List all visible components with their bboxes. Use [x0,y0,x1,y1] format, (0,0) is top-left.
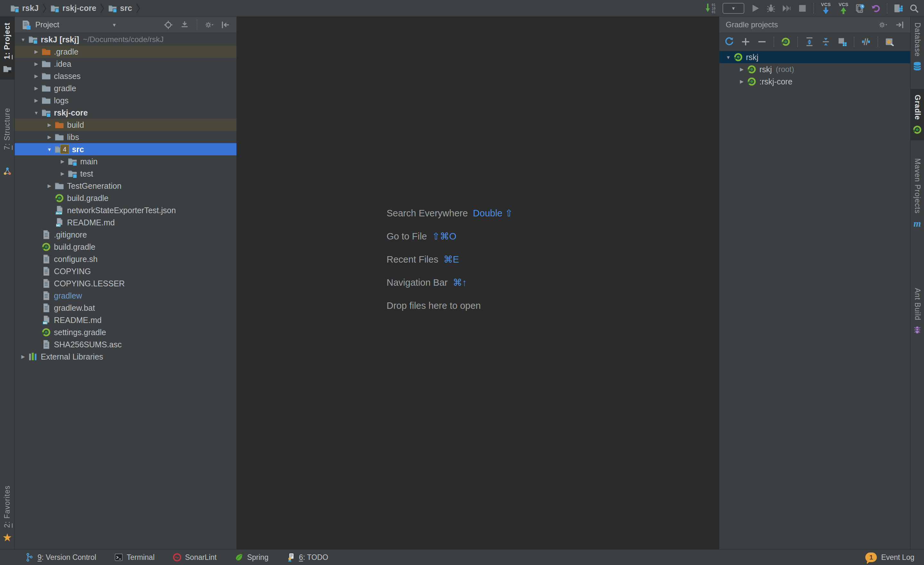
tree-row-settings-gradle[interactable]: settings.gradle [15,326,237,338]
chevron-right-icon[interactable]: ▶ [44,134,54,140]
event-log-widget[interactable]: 1 Event Log [865,553,914,562]
tree-row-test[interactable]: ▶test [15,168,237,180]
add-icon[interactable] [741,37,750,47]
debug-icon[interactable] [766,3,776,13]
chevron-right-icon[interactable]: ▶ [57,159,68,164]
tree-row-readme-md[interactable]: MDREADME.md [15,216,237,228]
tree-row-rskj-core[interactable]: ▶:rskj-core [719,75,910,88]
tree-row-logs[interactable]: ▶logs [15,95,237,107]
search-icon[interactable] [909,3,919,13]
settings-gear-icon[interactable] [879,21,887,29]
tool-strip-button-maven-projects[interactable]: Maven Projectsm [910,152,924,234]
chevron-right-icon[interactable]: ▶ [736,66,747,72]
chevron-down-icon[interactable]: ▼ [18,37,28,42]
tree-row-gradlew-bat[interactable]: gradlew.bat [15,302,237,314]
tree-row-build-gradle[interactable]: build.gradle [15,241,237,253]
settings-gear-icon[interactable] [205,21,214,29]
status-item-terminal[interactable]: Terminal [114,553,154,562]
tree-row-networkstateexportertest-json[interactable]: JSONnetworkStateExporterTest.json [15,204,237,216]
folder-excluded-icon [54,120,64,130]
chevron-right-icon[interactable]: ▶ [57,171,68,177]
tree-row-copying-lesser[interactable]: COPYING.LESSER [15,277,237,290]
project-tool-icon [3,64,12,74]
chevron-down-icon[interactable]: ▼ [112,22,117,28]
tree-row-rskj[interactable]: ▶rskj(root) [719,63,910,75]
editor-area[interactable]: Search EverywhereDouble ⇧Go to File⇧⌘ORe… [237,17,719,549]
gradle-run-icon[interactable] [781,37,790,47]
status-item-6-todo[interactable]: 6: TODO [286,553,328,562]
remove-icon[interactable] [757,37,767,47]
tree-row-gradlew[interactable]: gradlew [15,290,237,302]
project-structure-icon[interactable] [894,3,903,13]
local-history-icon[interactable] [855,3,865,13]
tree-row-idea[interactable]: ▶.idea [15,58,237,70]
tree-item-suffix: ~/Documents/code/rskJ [83,35,164,44]
offline-mode-icon[interactable] [861,37,871,47]
drop-files-hint-label: Drop files here to open [387,301,481,311]
gradle-settings-icon[interactable] [885,37,894,47]
chevron-right-icon[interactable]: ▶ [31,86,41,91]
tree-row-copying[interactable]: COPYING [15,265,237,277]
chevron-right-icon[interactable]: ▶ [31,49,41,54]
chevron-right-icon[interactable]: ▶ [736,79,747,84]
tool-strip-button-gradle[interactable]: Gradle [910,89,924,140]
chevron-down-icon[interactable]: ▼ [44,147,54,152]
group-modules-icon[interactable] [837,37,847,47]
stop-icon[interactable] [798,3,807,13]
expand-all-icon[interactable] [805,37,814,47]
tree-row-external-libraries[interactable]: ▶External Libraries [15,350,237,363]
tree-row-sha256sums-asc[interactable]: SHA256SUMS.asc [15,338,237,350]
run-configuration-select[interactable]: ▼ [723,3,744,14]
shortcut-keys: ⌘E [443,254,459,265]
tree-item-label: rskj [746,53,759,62]
breadcrumb-item-rskj-core[interactable]: rskj-core [50,3,96,13]
tool-strip-label: 7: Structure [3,108,12,150]
status-item-spring[interactable]: Spring [234,553,268,562]
run-icon[interactable] [750,3,760,13]
tree-row-rskj-core[interactable]: ▼rskj-core [15,107,237,119]
tree-row-classes[interactable]: ▶classes [15,70,237,82]
tree-row-build-gradle[interactable]: build.gradle [15,192,237,204]
tree-row-libs[interactable]: ▶libs [15,131,237,143]
tree-row-readme-md[interactable]: MDREADME.md [15,314,237,326]
breadcrumb-item-src[interactable]: src [108,3,132,13]
tool-strip-button-7-structure[interactable]: 7: Structure [0,102,14,182]
tree-row-testgeneration[interactable]: ▶TestGeneration [15,180,237,192]
tool-strip-button-ant-build[interactable]: Ant Build [910,282,924,341]
collapse-all-icon[interactable] [821,37,831,47]
tree-row-rskj[interactable]: ▼rskj [719,51,910,63]
chevron-right-icon[interactable]: ▶ [18,354,28,359]
status-item-9-version-control[interactable]: 9: Version Control [25,553,96,562]
rollback-icon[interactable] [871,3,880,13]
breadcrumb-item-rskj[interactable]: rskJ [10,3,39,13]
chevron-right-icon[interactable]: ▶ [44,183,54,189]
vcs-commit-icon[interactable]: VCS [838,1,849,15]
chevron-right-icon[interactable]: ▶ [44,122,54,128]
tree-row-rskj-rskj[interactable]: ▼rskJ [rskj]~/Documents/code/rskJ [15,33,237,46]
chevron-down-icon[interactable]: ▼ [723,54,734,60]
tool-strip-button-database[interactable]: Database [910,17,924,77]
tree-row-gradle[interactable]: ▶.gradle [15,46,237,58]
text-file-icon [41,279,51,288]
chevron-right-icon[interactable]: ▶ [31,98,41,104]
chevron-right-icon[interactable]: ▶ [31,61,41,67]
run-coverage-icon[interactable] [782,3,792,13]
status-item-sonarlint[interactable]: SonarLint [172,553,217,562]
tree-row-src[interactable]: ▼4src [15,143,237,155]
hide-left-icon[interactable] [221,21,230,29]
refresh-icon[interactable] [724,37,734,47]
tree-row-gradle[interactable]: ▶gradle [15,82,237,95]
chevron-right-icon[interactable]: ▶ [31,73,41,79]
tree-row-main[interactable]: ▶main [15,155,237,168]
binary-fetch-icon[interactable]: 011001 [705,1,716,15]
hide-right-icon[interactable] [895,21,904,29]
tree-row-gitignore[interactable]: .gitignore [15,228,237,241]
locate-icon[interactable] [164,21,172,29]
tool-strip-button-2-favorites[interactable]: 2: Favorites★ [0,479,14,548]
tool-strip-button-1-project[interactable]: 1: Project [0,17,14,80]
vcs-update-icon[interactable]: VCS [820,1,832,15]
tree-row-build[interactable]: ▶build [15,119,237,131]
chevron-down-icon[interactable]: ▼ [31,110,41,116]
collapse-all-gray-icon[interactable] [180,21,189,29]
tree-row-configure-sh[interactable]: configure.sh [15,253,237,265]
